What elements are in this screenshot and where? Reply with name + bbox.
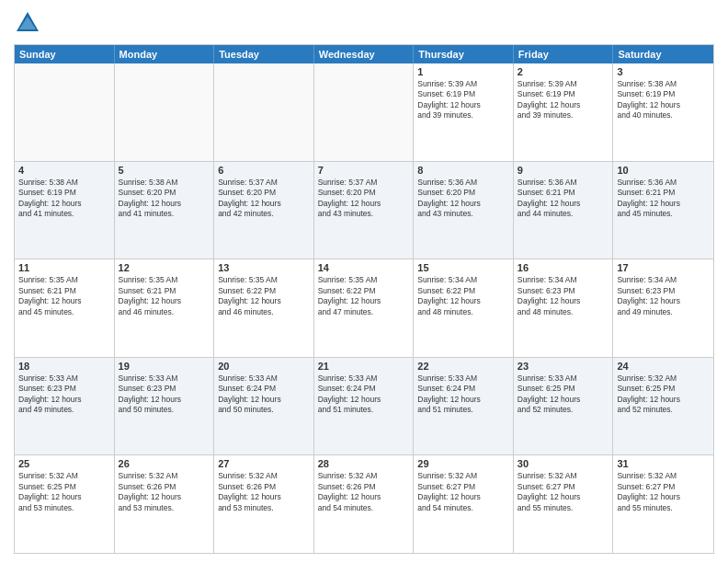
calendar-cell: 27Sunrise: 5:32 AM Sunset: 6:26 PM Dayli…	[214, 455, 314, 553]
day-info: Sunrise: 5:38 AM Sunset: 6:20 PM Dayligh…	[119, 178, 210, 220]
day-number: 6	[218, 165, 310, 176]
day-info: Sunrise: 5:33 AM Sunset: 6:23 PM Dayligh…	[18, 373, 110, 416]
day-number: 27	[218, 458, 310, 469]
calendar-cell: 6Sunrise: 5:37 AM Sunset: 6:20 PM Daylig…	[214, 162, 314, 259]
day-number: 25	[18, 458, 110, 469]
day-number: 7	[318, 165, 410, 176]
calendar-cell: 30Sunrise: 5:32 AM Sunset: 6:27 PM Dayli…	[514, 455, 614, 553]
page: SundayMondayTuesdayWednesdayThursdayFrid…	[0, 0, 728, 563]
calendar-row-2: 4Sunrise: 5:38 AM Sunset: 6:19 PM Daylig…	[15, 161, 713, 259]
day-info: Sunrise: 5:37 AM Sunset: 6:20 PM Dayligh…	[318, 178, 410, 220]
day-number: 2	[518, 66, 609, 77]
day-info: Sunrise: 5:39 AM Sunset: 6:19 PM Dayligh…	[518, 79, 609, 121]
calendar-cell: 24Sunrise: 5:32 AM Sunset: 6:25 PM Dayli…	[613, 358, 713, 455]
calendar-cell: 11Sunrise: 5:35 AM Sunset: 6:21 PM Dayli…	[15, 259, 115, 357]
calendar-cell: 31Sunrise: 5:32 AM Sunset: 6:27 PM Dayli…	[613, 455, 713, 553]
day-info: Sunrise: 5:35 AM Sunset: 6:21 PM Dayligh…	[119, 275, 210, 317]
calendar-cell: 29Sunrise: 5:32 AM Sunset: 6:27 PM Dayli…	[414, 455, 514, 553]
day-info: Sunrise: 5:34 AM Sunset: 6:23 PM Dayligh…	[617, 275, 710, 317]
day-info: Sunrise: 5:35 AM Sunset: 6:21 PM Dayligh…	[18, 275, 110, 317]
day-number: 29	[417, 458, 509, 469]
calendar-cell: 8Sunrise: 5:36 AM Sunset: 6:20 PM Daylig…	[414, 162, 514, 259]
header	[14, 9, 714, 37]
weekday-header-saturday: Saturday	[613, 45, 713, 63]
calendar-row-5: 25Sunrise: 5:32 AM Sunset: 6:25 PM Dayli…	[15, 454, 713, 553]
day-info: Sunrise: 5:35 AM Sunset: 6:22 PM Dayligh…	[318, 275, 410, 317]
calendar-cell: 20Sunrise: 5:33 AM Sunset: 6:24 PM Dayli…	[214, 358, 314, 455]
day-number: 31	[617, 458, 710, 469]
day-info: Sunrise: 5:38 AM Sunset: 6:19 PM Dayligh…	[18, 178, 110, 220]
calendar-cell: 4Sunrise: 5:38 AM Sunset: 6:19 PM Daylig…	[15, 162, 115, 259]
day-info: Sunrise: 5:36 AM Sunset: 6:21 PM Dayligh…	[518, 178, 609, 220]
calendar-cell	[214, 63, 314, 161]
day-number: 12	[119, 262, 210, 273]
calendar-cell: 14Sunrise: 5:35 AM Sunset: 6:22 PM Dayli…	[314, 259, 415, 357]
day-info: Sunrise: 5:33 AM Sunset: 6:24 PM Dayligh…	[417, 373, 509, 416]
day-number: 1	[417, 66, 509, 77]
calendar-cell: 23Sunrise: 5:33 AM Sunset: 6:25 PM Dayli…	[514, 358, 614, 455]
day-info: Sunrise: 5:32 AM Sunset: 6:26 PM Dayligh…	[119, 471, 210, 513]
day-info: Sunrise: 5:32 AM Sunset: 6:26 PM Dayligh…	[218, 471, 310, 513]
weekday-header-wednesday: Wednesday	[314, 45, 415, 63]
day-info: Sunrise: 5:33 AM Sunset: 6:24 PM Dayligh…	[218, 373, 310, 416]
weekday-header-tuesday: Tuesday	[214, 45, 314, 63]
day-number: 14	[318, 262, 410, 273]
calendar-cell: 3Sunrise: 5:38 AM Sunset: 6:19 PM Daylig…	[613, 63, 713, 161]
calendar-row-4: 18Sunrise: 5:33 AM Sunset: 6:23 PM Dayli…	[15, 357, 713, 455]
day-info: Sunrise: 5:33 AM Sunset: 6:25 PM Dayligh…	[518, 373, 609, 416]
day-info: Sunrise: 5:36 AM Sunset: 6:20 PM Dayligh…	[417, 178, 509, 220]
weekday-header-sunday: Sunday	[15, 45, 115, 63]
day-info: Sunrise: 5:33 AM Sunset: 6:24 PM Dayligh…	[318, 373, 410, 416]
day-info: Sunrise: 5:34 AM Sunset: 6:22 PM Dayligh…	[417, 275, 509, 317]
day-number: 9	[518, 165, 609, 176]
calendar-cell: 26Sunrise: 5:32 AM Sunset: 6:26 PM Dayli…	[115, 455, 215, 553]
day-number: 21	[318, 361, 410, 372]
day-number: 19	[119, 361, 210, 372]
day-number: 30	[518, 458, 609, 469]
calendar-cell: 18Sunrise: 5:33 AM Sunset: 6:23 PM Dayli…	[15, 358, 115, 455]
day-number: 24	[617, 361, 710, 372]
day-info: Sunrise: 5:32 AM Sunset: 6:26 PM Dayligh…	[318, 471, 410, 513]
day-info: Sunrise: 5:39 AM Sunset: 6:19 PM Dayligh…	[417, 79, 509, 121]
calendar-cell: 21Sunrise: 5:33 AM Sunset: 6:24 PM Dayli…	[314, 358, 415, 455]
day-number: 15	[417, 262, 509, 273]
day-number: 16	[518, 262, 609, 273]
calendar-cell: 19Sunrise: 5:33 AM Sunset: 6:23 PM Dayli…	[115, 358, 215, 455]
calendar-cell: 9Sunrise: 5:36 AM Sunset: 6:21 PM Daylig…	[514, 162, 614, 259]
calendar-cell: 25Sunrise: 5:32 AM Sunset: 6:25 PM Dayli…	[15, 455, 115, 553]
day-info: Sunrise: 5:32 AM Sunset: 6:27 PM Dayligh…	[417, 471, 509, 513]
day-number: 18	[18, 361, 110, 372]
calendar-row-1: 1Sunrise: 5:39 AM Sunset: 6:19 PM Daylig…	[15, 63, 713, 161]
day-info: Sunrise: 5:37 AM Sunset: 6:20 PM Dayligh…	[218, 178, 310, 220]
calendar: SundayMondayTuesdayWednesdayThursdayFrid…	[14, 44, 714, 554]
calendar-body: 1Sunrise: 5:39 AM Sunset: 6:19 PM Daylig…	[15, 63, 713, 553]
weekday-header-thursday: Thursday	[414, 45, 514, 63]
day-info: Sunrise: 5:34 AM Sunset: 6:23 PM Dayligh…	[518, 275, 609, 317]
calendar-cell: 17Sunrise: 5:34 AM Sunset: 6:23 PM Dayli…	[613, 259, 713, 357]
calendar-cell	[15, 63, 115, 161]
day-number: 26	[119, 458, 210, 469]
day-number: 13	[218, 262, 310, 273]
day-number: 28	[318, 458, 410, 469]
calendar-cell: 2Sunrise: 5:39 AM Sunset: 6:19 PM Daylig…	[514, 63, 614, 161]
calendar-cell: 12Sunrise: 5:35 AM Sunset: 6:21 PM Dayli…	[115, 259, 215, 357]
calendar-cell	[115, 63, 215, 161]
day-number: 22	[417, 361, 509, 372]
day-number: 8	[417, 165, 509, 176]
calendar-cell: 1Sunrise: 5:39 AM Sunset: 6:19 PM Daylig…	[414, 63, 514, 161]
day-number: 23	[518, 361, 609, 372]
calendar-cell: 10Sunrise: 5:36 AM Sunset: 6:21 PM Dayli…	[613, 162, 713, 259]
day-info: Sunrise: 5:32 AM Sunset: 6:25 PM Dayligh…	[18, 471, 110, 513]
day-number: 11	[18, 262, 110, 273]
day-number: 5	[119, 165, 210, 176]
logo-icon	[14, 9, 41, 37]
weekday-header-monday: Monday	[115, 45, 215, 63]
calendar-cell: 13Sunrise: 5:35 AM Sunset: 6:22 PM Dayli…	[214, 259, 314, 357]
day-number: 17	[617, 262, 710, 273]
calendar-cell: 28Sunrise: 5:32 AM Sunset: 6:26 PM Dayli…	[314, 455, 415, 553]
day-info: Sunrise: 5:36 AM Sunset: 6:21 PM Dayligh…	[617, 178, 710, 220]
calendar-header: SundayMondayTuesdayWednesdayThursdayFrid…	[15, 45, 713, 63]
logo	[14, 9, 45, 37]
day-number: 3	[617, 66, 710, 77]
day-info: Sunrise: 5:32 AM Sunset: 6:25 PM Dayligh…	[617, 373, 710, 416]
